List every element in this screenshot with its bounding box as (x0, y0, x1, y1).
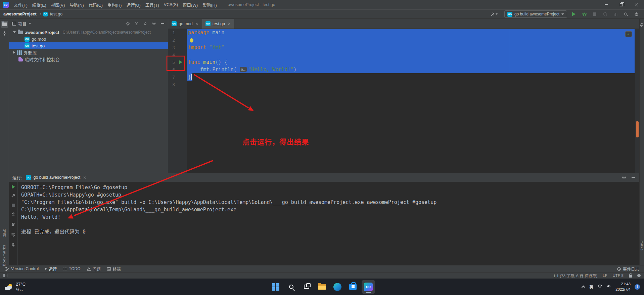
menu-view[interactable]: 视图(V) (49, 0, 67, 9)
user-avatar-icon[interactable] (491, 10, 498, 18)
edge-browser-button[interactable] (331, 280, 344, 294)
version-control-toolwindow-button[interactable]: Version Control (2, 265, 42, 272)
close-icon[interactable] (83, 176, 86, 179)
minimize-button[interactable] (599, 0, 614, 9)
console-line: GOROOT=C:\Program Files\Go #gosetup (21, 184, 639, 191)
tab-go-mod[interactable]: GO go.mod (168, 19, 202, 29)
menu-run[interactable]: 运行(U) (124, 0, 143, 9)
close-icon[interactable] (228, 22, 231, 25)
breadcrumb-file[interactable]: test.go (50, 12, 63, 16)
menu-file[interactable]: 文件(F) (11, 0, 30, 9)
read-only-lock-icon[interactable] (629, 275, 632, 278)
project-panel-title[interactable]: 项目 (18, 20, 27, 27)
caret-position[interactable]: 1:1 (73 字符, 6 行 换行符) (553, 273, 597, 278)
hide-panel-button[interactable] (631, 175, 636, 180)
run-tab[interactable]: GO go build awesomeProject (23, 173, 89, 182)
tree-item-root[interactable]: awesomeProject C:\Users\Happy\GolandProj… (9, 29, 168, 36)
breadcrumb-project[interactable]: awesomeProject (3, 12, 37, 16)
tree-item-label: test.go (32, 43, 45, 48)
structure-toolwindow-button[interactable]: 结构 (2, 229, 7, 237)
taskbar-search-button[interactable] (284, 280, 298, 294)
locate-file-button[interactable] (125, 21, 130, 26)
coverage-button[interactable] (601, 10, 609, 18)
menu-navigate[interactable]: 导航(N) (67, 0, 86, 9)
microsoft-store-button[interactable] (346, 280, 360, 294)
tab-test-go[interactable]: GO test.go (202, 19, 235, 29)
tree-item-test-go[interactable]: GO test.go (9, 42, 168, 49)
pin-tab-button[interactable] (11, 243, 15, 249)
menu-tools[interactable]: 工具(T) (143, 0, 162, 9)
todo-toolwindow-button[interactable]: TODO (60, 265, 83, 272)
run-main-gutter-icon[interactable] (179, 60, 182, 64)
code-line: package main (187, 29, 635, 36)
notifications-bell-icon[interactable] (640, 22, 644, 29)
scroll-to-end-button[interactable] (11, 211, 15, 217)
menu-edit[interactable]: 编辑(E) (30, 0, 49, 9)
start-button[interactable] (269, 280, 282, 294)
close-button[interactable] (629, 0, 644, 9)
menu-refactor[interactable]: 重构(R) (105, 0, 124, 9)
intention-bulb-icon[interactable] (190, 38, 193, 42)
search-everywhere-button[interactable] (622, 10, 630, 18)
collapse-all-button[interactable] (142, 21, 148, 26)
bookmarks-toolwindow-button[interactable]: Bookmarks (2, 245, 6, 266)
restore-button[interactable] (614, 0, 629, 9)
chevron-down-icon[interactable] (13, 31, 16, 33)
stop-button[interactable] (591, 10, 598, 18)
notification-badge[interactable]: 1 (635, 284, 640, 290)
close-icon[interactable] (195, 22, 198, 25)
editor-scrollbar-stripe[interactable] (635, 29, 639, 173)
task-view-button[interactable] (300, 280, 313, 294)
line-number: 3 (168, 45, 175, 50)
taskbar-center: GO (269, 279, 375, 295)
inspections-profile-icon[interactable] (637, 274, 641, 277)
ime-indicator[interactable]: 英 (589, 284, 593, 290)
toolwindow-toggle-icon[interactable] (3, 274, 7, 277)
edit-configuration-button[interactable] (11, 193, 15, 199)
weather-widget[interactable]: 27°C 多云 (0, 282, 30, 292)
tree-item-external-libraries[interactable]: 外部库 (9, 49, 168, 56)
hidden-icons-chevron[interactable] (582, 285, 585, 289)
menu-window[interactable]: 窗口(W) (180, 0, 200, 9)
run-button[interactable] (570, 10, 578, 18)
settings-gear-button[interactable] (633, 10, 640, 18)
problems-toolwindow-button[interactable]: 问题 (84, 265, 104, 272)
line-separator-indicator[interactable]: LF (603, 273, 607, 278)
menu-vcs[interactable]: VCS(S) (162, 0, 180, 9)
run-config-select[interactable]: GO go build awesomeProject (504, 10, 567, 18)
code-editor[interactable]: package main import "fmt" func main() { … (187, 29, 635, 173)
debug-button[interactable] (581, 10, 588, 18)
run-console-output[interactable]: GOROOT=C:\Program Files\Go #gosetup GOPA… (18, 182, 639, 265)
expand-all-button[interactable] (134, 21, 139, 26)
inspections-status-widget[interactable] (625, 31, 632, 37)
volume-icon[interactable] (606, 284, 611, 290)
settings-gear-icon[interactable] (621, 175, 627, 180)
chevron-right-icon[interactable] (13, 51, 15, 54)
rerun-button[interactable] (12, 185, 15, 189)
commit-toolwindow-button[interactable] (1, 30, 8, 37)
run-toolwindow-button[interactable]: 运行 (42, 265, 60, 272)
tree-item-go-mod[interactable]: GO go.mod (9, 36, 168, 42)
toolwindow-label: 问题 (93, 266, 101, 272)
encoding-indicator[interactable]: UTF-8 (612, 273, 624, 278)
file-explorer-button[interactable] (315, 280, 329, 294)
menu-code[interactable]: 代码(C) (86, 0, 105, 9)
stop-button[interactable] (12, 204, 15, 207)
network-icon[interactable] (597, 284, 602, 290)
soft-wrap-button[interactable] (11, 232, 15, 238)
clear-output-button[interactable] (11, 222, 15, 228)
terminal-toolwindow-button[interactable]: 终端 (104, 265, 124, 272)
make-toolwindow-button[interactable]: make (640, 241, 644, 251)
editor-body[interactable]: 1 2 3 4 5 6 7 8 package main (168, 29, 639, 173)
tree-item-scratches[interactable]: 临时文件和控制台 (9, 56, 168, 62)
tree-item-label: 临时文件和控制台 (25, 56, 60, 62)
event-log-button[interactable]: 事件日志 (614, 266, 642, 272)
parameter-hint: a… (240, 67, 247, 72)
menu-help[interactable]: 帮助(H) (200, 0, 219, 9)
settings-gear-icon[interactable] (151, 21, 156, 26)
goland-taskbar-button[interactable]: GO (362, 280, 375, 294)
project-toolwindow-button[interactable] (1, 21, 8, 28)
profiler-button[interactable] (612, 10, 619, 18)
hide-panel-button[interactable] (160, 21, 165, 26)
taskbar-clock[interactable]: 21:43 2022/7/4 (615, 282, 631, 292)
